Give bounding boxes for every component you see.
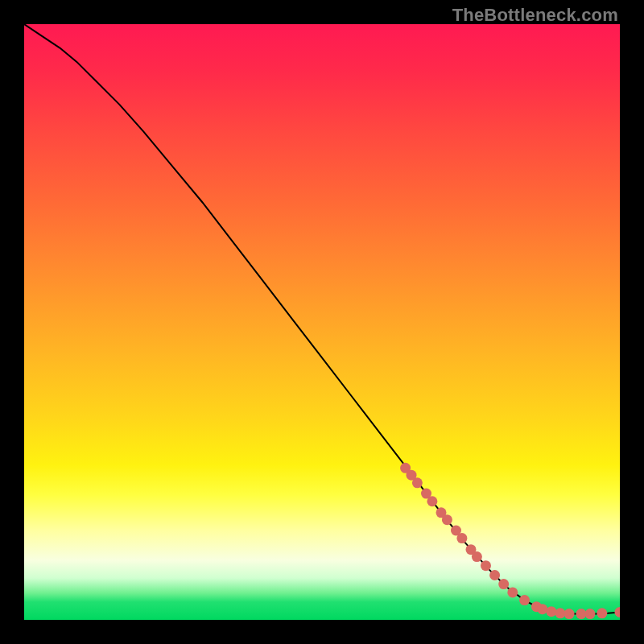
- data-marker: [615, 607, 621, 617]
- data-marker: [427, 496, 437, 506]
- data-marker: [442, 514, 452, 525]
- bottleneck-curve: [24, 24, 620, 614]
- data-marker: [546, 606, 556, 617]
- data-marker: [555, 608, 566, 618]
- data-marker: [498, 579, 509, 589]
- data-marker: [537, 604, 547, 614]
- data-marker: [481, 560, 491, 571]
- data-marker: [489, 570, 500, 580]
- data-marker: [564, 609, 575, 619]
- data-marker: [507, 587, 518, 597]
- data-marker: [585, 609, 596, 619]
- watermark-text: TheBottleneck.com: [452, 5, 618, 26]
- chart-frame: TheBottleneck.com: [0, 0, 644, 644]
- data-marker: [519, 595, 530, 605]
- data-marker: [597, 608, 607, 618]
- data-marker: [456, 533, 467, 543]
- plot-area: [24, 24, 620, 620]
- data-marker: [576, 609, 586, 619]
- chart-overlay: [24, 24, 620, 620]
- data-marker: [412, 477, 423, 488]
- data-marker: [472, 551, 482, 562]
